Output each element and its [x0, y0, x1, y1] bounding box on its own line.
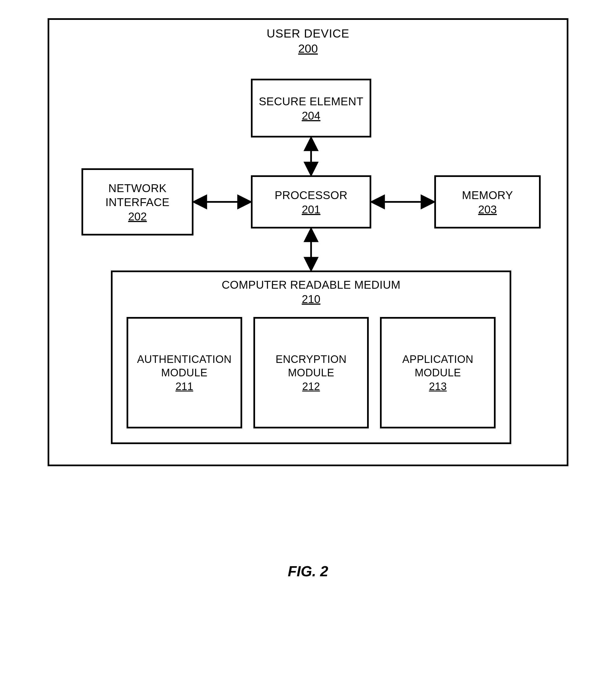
connector-lines [49, 20, 567, 465]
page: USER DEVICE 200 SECURE ELEMENT 204 PROCE… [0, 0, 616, 688]
figure-caption: FIG. 2 [0, 563, 616, 580]
user-device-container: USER DEVICE 200 SECURE ELEMENT 204 PROCE… [48, 18, 568, 466]
